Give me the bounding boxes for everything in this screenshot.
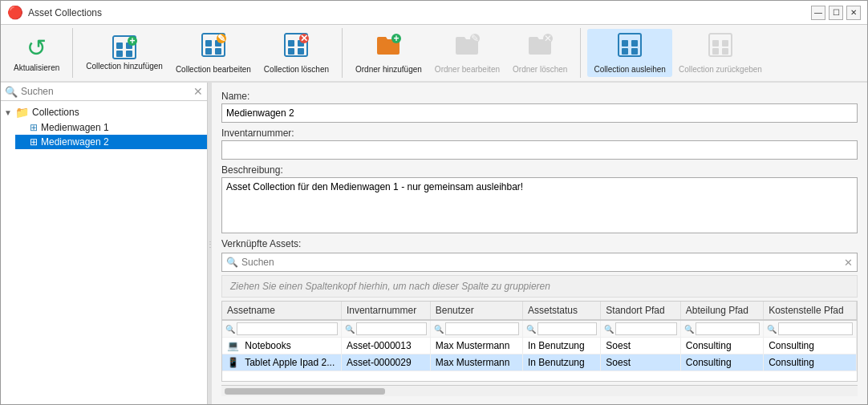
filter-input-abteilung[interactable] <box>696 322 760 335</box>
svg-rect-34 <box>722 40 728 47</box>
content-panel: Name: Inventarnummer: Beschreibung: Asse… <box>212 83 867 404</box>
assetname-1: Notebooks <box>245 340 290 351</box>
col-abteilung[interactable]: Abteilung Pfad <box>680 302 763 320</box>
refresh-icon: ↺ <box>26 34 47 62</box>
name-label: Name: <box>221 91 858 102</box>
delete-collection-label: Collection löschen <box>264 65 329 75</box>
filter-icon-7: 🔍 <box>767 325 777 334</box>
add-folder-button[interactable]: + Ordner hinzufügen <box>349 29 428 77</box>
filter-icon-1: 🔍 <box>225 325 235 334</box>
svg-rect-30 <box>622 48 628 55</box>
inventar-input[interactable] <box>221 140 858 160</box>
edit-collection-button[interactable]: ✎ Collection bearbeiten <box>169 29 258 77</box>
tree-no-toggle-2 <box>18 138 30 147</box>
folder-group: + Ordner hinzufügen ✎ Ordner bearbeiten <box>343 28 581 78</box>
filter-assetstatus: 🔍 <box>522 320 600 338</box>
assets-search-icon: 🔍 <box>226 257 238 268</box>
col-benutzer[interactable]: Benutzer <box>430 302 522 320</box>
cell-status-1: In Benutzung <box>522 338 600 354</box>
filter-input-benutzer[interactable] <box>445 322 519 335</box>
svg-rect-11 <box>215 48 221 55</box>
filter-abteilung: 🔍 <box>680 320 763 338</box>
col-kostenstelle[interactable]: Kostenstelle Pfad <box>764 302 857 320</box>
medienwagen1-label: Medienwagen 1 <box>41 122 109 133</box>
table-row[interactable]: 📱 Tablet Apple Ipad 2... Asset-0000029 M… <box>222 354 857 371</box>
sidebar-search-input[interactable] <box>21 86 193 97</box>
title-bar-left: 🔴 Asset Collections <box>7 5 102 20</box>
cell-inventar-1: Asset-0000013 <box>341 338 430 354</box>
add-collection-icon: + <box>112 34 137 60</box>
col-assetstatus[interactable]: Assetstatus <box>522 302 600 320</box>
table-row[interactable]: 💻 Notebooks Asset-0000013 Max Mustermann… <box>222 338 857 354</box>
main-layout: 🔍 ✕ ▼ 📁 Collections ⊞ Medienwagen 1 ⊞ <box>1 83 867 404</box>
assets-search-clear[interactable]: ✕ <box>844 257 853 269</box>
filter-input-kostenstelle[interactable] <box>778 322 853 335</box>
lend-collection-button[interactable]: Collection ausleihen <box>587 29 672 77</box>
inventar-field-group: Inventarnummer: <box>221 128 858 160</box>
col-assetname[interactable]: Assetname <box>222 302 341 320</box>
tree: ▼ 📁 Collections ⊞ Medienwagen 1 ⊞ Medien… <box>1 101 207 404</box>
collection-icon-1: ⊞ <box>30 122 38 133</box>
title-bar: 🔴 Asset Collections — ☐ ✕ <box>1 1 867 25</box>
filter-input-standort[interactable] <box>615 322 677 335</box>
col-inventarnummer[interactable]: Inventarnummer <box>341 302 430 320</box>
laptop-icon: 💻 <box>227 340 239 351</box>
group-hint-text: Ziehen Sie einen Spaltenkopf hierhin, um… <box>230 281 550 292</box>
collection-icon-2: ⊞ <box>30 136 38 148</box>
close-button[interactable]: ✕ <box>846 6 861 20</box>
window-title: Asset Collections <box>28 7 102 18</box>
horizontal-scrollbar[interactable] <box>221 385 858 396</box>
assetname-2: Tablet Apple Ipad 2... <box>245 357 335 368</box>
assets-search-input[interactable] <box>241 257 844 268</box>
filter-assetname: 🔍 <box>222 320 341 338</box>
filter-input-inventarnummer[interactable] <box>356 322 427 335</box>
filter-icon-3: 🔍 <box>434 325 444 334</box>
filter-icon-2: 🔍 <box>345 325 355 334</box>
svg-rect-28 <box>622 40 628 47</box>
assets-label: Verknüpfte Assets: <box>221 238 858 249</box>
svg-text:✕: ✕ <box>544 33 552 44</box>
filter-icon-6: 🔍 <box>684 325 694 334</box>
cell-benutzer-2: Max Mustermann <box>430 354 522 371</box>
sidebar: 🔍 ✕ ▼ 📁 Collections ⊞ Medienwagen 1 ⊞ <box>1 83 208 404</box>
filter-inventarnummer: 🔍 <box>341 320 430 338</box>
tree-root[interactable]: ▼ 📁 Collections <box>1 104 207 120</box>
svg-rect-31 <box>631 48 638 55</box>
filter-benutzer: 🔍 <box>430 320 522 338</box>
name-field-group: Name: <box>221 91 858 123</box>
svg-rect-10 <box>205 48 212 55</box>
toolbar: ↺ Aktualisieren + Collection hinzufügen <box>1 25 867 83</box>
sidebar-item-medienwagen1[interactable]: ⊞ Medienwagen 1 <box>15 120 207 135</box>
sidebar-search-clear[interactable]: ✕ <box>193 85 203 98</box>
sidebar-item-medienwagen2[interactable]: ⊞ Medienwagen 2 <box>15 135 207 149</box>
svg-rect-18 <box>298 48 304 55</box>
name-input[interactable] <box>221 103 858 123</box>
tree-no-toggle <box>18 124 30 132</box>
delete-collection-button[interactable]: ✕ Collection löschen <box>258 29 335 77</box>
sidebar-search-bar: 🔍 ✕ <box>1 83 207 101</box>
resize-handle[interactable] <box>208 83 212 404</box>
cell-inventar-2: Asset-0000029 <box>341 354 430 371</box>
cell-standort-2: Soest <box>601 354 681 371</box>
title-bar-controls: — ☐ ✕ <box>811 6 861 20</box>
refresh-button[interactable]: ↺ Aktualisieren <box>7 29 66 77</box>
cell-assetname-1: 💻 Notebooks <box>222 338 341 354</box>
svg-text:+: + <box>394 33 400 44</box>
col-standort[interactable]: Standort Pfad <box>601 302 681 320</box>
svg-rect-4 <box>126 51 132 57</box>
filter-icon-5: 🔍 <box>604 325 614 334</box>
maximize-button[interactable]: ☐ <box>829 6 843 20</box>
add-collection-button[interactable]: + Collection hinzufügen <box>79 29 169 77</box>
assets-table-container[interactable]: Assetname Inventarnummer Benutzer Assets… <box>221 301 858 382</box>
table-header-row: Assetname Inventarnummer Benutzer Assets… <box>222 302 857 320</box>
h-scroll-thumb[interactable] <box>225 388 385 395</box>
table-filter-row: 🔍 🔍 <box>222 320 857 338</box>
svg-rect-17 <box>288 48 294 55</box>
filter-input-assetstatus[interactable] <box>537 322 597 335</box>
filter-input-assetname[interactable] <box>237 322 338 335</box>
minimize-button[interactable]: — <box>811 6 825 20</box>
beschreibung-textarea[interactable]: Asset Collection für den Medienwagen 1 -… <box>221 177 858 233</box>
tree-children: ⊞ Medienwagen 1 ⊞ Medienwagen 2 <box>1 120 207 149</box>
edit-collection-icon: ✎ <box>201 32 226 63</box>
return-collection-button: Collection zurückgeben <box>672 29 769 77</box>
